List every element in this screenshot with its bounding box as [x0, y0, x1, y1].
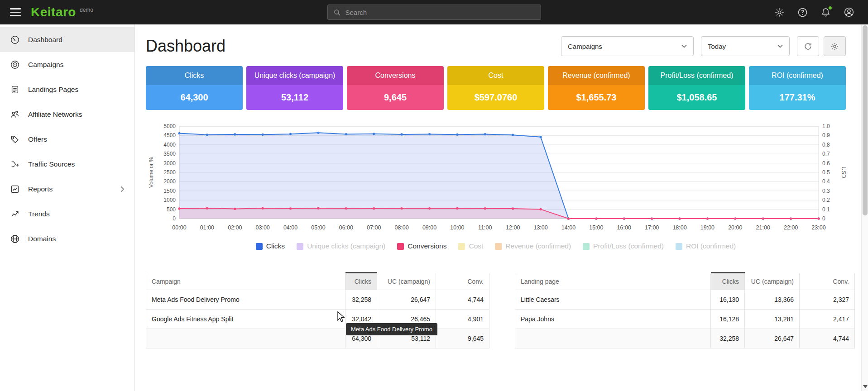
- domains-icon: [10, 234, 20, 244]
- help-icon[interactable]: [797, 7, 808, 18]
- chevron-down-icon: [777, 44, 783, 48]
- svg-text:500: 500: [167, 206, 176, 213]
- svg-text:06:00: 06:00: [339, 224, 353, 231]
- legend-item-revenue-confirmed[interactable]: Revenue (confirmed): [495, 242, 571, 250]
- page-header: Dashboard Campaigns Today: [146, 36, 846, 56]
- column-header-campaign[interactable]: Campaign: [146, 273, 345, 290]
- legend-swatch: [583, 243, 590, 250]
- notifications-bell-icon[interactable]: [820, 7, 831, 18]
- svg-text:1.0: 1.0: [822, 123, 830, 129]
- svg-text:17:00: 17:00: [645, 224, 659, 231]
- table-row[interactable]: Google Ads Fitness App Split32,04226,465…: [146, 310, 489, 329]
- svg-text:0.8: 0.8: [822, 142, 830, 148]
- metric-card-cost[interactable]: Cost$597.0760: [447, 66, 544, 110]
- svg-text:10:00: 10:00: [450, 224, 464, 231]
- metric-card-value: 177.31%: [749, 85, 846, 110]
- sidebar-item-offers[interactable]: Offers: [0, 127, 134, 152]
- cell-uc: 13,281: [745, 310, 800, 329]
- sidebar-item-domains[interactable]: Domains: [0, 226, 134, 251]
- cell-name[interactable]: Papa Johns: [515, 310, 711, 329]
- campaigns-filter-select[interactable]: Campaigns: [561, 36, 694, 56]
- metric-card-label: Unique clicks (campaign): [246, 66, 343, 85]
- column-header-clicks[interactable]: Clicks: [345, 273, 377, 290]
- sidebar-item-traffic-sources[interactable]: Traffic Sources: [0, 152, 134, 176]
- svg-text:2500: 2500: [163, 169, 176, 176]
- column-header-landing-page[interactable]: Landing page: [515, 273, 711, 290]
- table-row[interactable]: Papa Johns16,12813,2812,417: [515, 310, 855, 329]
- gear-icon: [830, 42, 839, 51]
- metric-card-clicks[interactable]: Clicks64,300: [146, 66, 243, 110]
- search-input[interactable]: [345, 9, 535, 16]
- svg-text:0.9: 0.9: [822, 132, 830, 138]
- svg-text:0.7: 0.7: [822, 151, 830, 157]
- cell-name[interactable]: Little Caesars: [515, 290, 711, 310]
- trends-icon: [10, 209, 20, 219]
- scroll-down-arrow[interactable]: [863, 385, 868, 388]
- legend-item-conversions[interactable]: Conversions: [397, 242, 446, 250]
- column-header-clicks[interactable]: Clicks: [711, 273, 745, 290]
- menu-toggle-button[interactable]: [0, 0, 31, 24]
- sidebar-item-label: Domains: [28, 235, 125, 243]
- metric-card-revenue-confirmed[interactable]: Revenue (confirmed)$1,655.73: [548, 66, 645, 110]
- sidebar-item-campaigns[interactable]: Campaigns: [0, 52, 134, 77]
- svg-text:20:00: 20:00: [728, 224, 742, 231]
- logo[interactable]: Keitaro demo: [31, 6, 93, 19]
- user-avatar-icon[interactable]: [844, 7, 854, 18]
- svg-text:19:00: 19:00: [700, 224, 715, 231]
- sidebar-item-trends[interactable]: Trends: [0, 201, 134, 226]
- refresh-button[interactable]: [797, 36, 819, 56]
- svg-text:3000: 3000: [163, 160, 176, 167]
- column-header-conv[interactable]: Conv.: [436, 273, 489, 290]
- date-range-select[interactable]: Today: [701, 36, 790, 56]
- page-scrollbar[interactable]: [861, 24, 868, 391]
- table-row[interactable]: Little Caesars16,13013,3662,327: [515, 290, 855, 310]
- column-header-uc-campaign[interactable]: UC (campaign): [377, 273, 436, 290]
- dashboard-settings-button[interactable]: [824, 36, 846, 56]
- total-blank: [515, 329, 711, 348]
- svg-text:Volume or %: Volume or %: [148, 157, 154, 188]
- column-header-conv[interactable]: Conv.: [800, 273, 855, 290]
- svg-text:03:00: 03:00: [256, 224, 270, 231]
- svg-text:1500: 1500: [163, 188, 176, 194]
- scrollbar-thumb[interactable]: [863, 25, 868, 215]
- table-row[interactable]: Meta Ads Food Delivery Promo32,25826,647…: [146, 290, 489, 310]
- cell-conv: 4,744: [436, 290, 489, 310]
- svg-text:14:00: 14:00: [561, 224, 575, 231]
- total-clicks: 32,258: [711, 329, 745, 348]
- metric-card-roi-confirmed[interactable]: ROI (confirmed)177.31%: [749, 66, 846, 110]
- svg-text:04:00: 04:00: [283, 224, 297, 231]
- cell-name[interactable]: Google Ads Fitness App Split: [146, 310, 345, 329]
- sidebar-item-label: Landings Pages: [28, 86, 125, 94]
- total-conv: 4,744: [800, 329, 855, 348]
- legend-item-clicks[interactable]: Clicks: [256, 242, 285, 250]
- campaigns-table-container: CampaignClicksUC (campaign)Conv.Meta Ads…: [146, 272, 489, 348]
- svg-text:18:00: 18:00: [672, 224, 686, 231]
- metric-card-value: 64,300: [146, 85, 243, 110]
- gear-icon[interactable]: [774, 7, 785, 18]
- metric-card-unique-clicks-campaign[interactable]: Unique clicks (campaign)53,112: [246, 66, 343, 110]
- traffic-chart[interactable]: 0500100015002000250030003500400045005000…: [146, 123, 846, 237]
- sidebar-item-affiliate-networks[interactable]: Affiliate Networks: [0, 102, 134, 127]
- search-icon: [333, 9, 341, 16]
- date-range-value: Today: [708, 43, 726, 50]
- total-conv: 9,645: [436, 329, 489, 348]
- metric-card-conversions[interactable]: Conversions9,645: [347, 66, 444, 110]
- svg-text:16:00: 16:00: [617, 224, 631, 231]
- metric-card-profit-loss-confirmed[interactable]: Profit/Loss (confirmed)$1,058.65: [648, 66, 745, 110]
- legend-item-roi-confirmed[interactable]: ROI (confirmed): [676, 242, 736, 250]
- legend-item-profit-loss-confirmed[interactable]: Profit/Loss (confirmed): [583, 242, 664, 250]
- traffic-sources-icon: [10, 159, 20, 169]
- svg-text:22:00: 22:00: [784, 224, 798, 231]
- svg-text:0.4: 0.4: [822, 178, 830, 185]
- sidebar-item-landings-pages[interactable]: Landings Pages: [0, 77, 134, 102]
- legend-item-cost[interactable]: Cost: [458, 242, 483, 250]
- svg-text:4000: 4000: [163, 142, 176, 148]
- cell-name[interactable]: Meta Ads Food Delivery Promo: [146, 290, 345, 310]
- legend-swatch: [397, 243, 404, 250]
- sidebar-item-label: Affiliate Networks: [28, 110, 125, 119]
- cell-conv: 4,901: [436, 310, 489, 329]
- sidebar-item-reports[interactable]: Reports: [0, 176, 134, 201]
- sidebar-item-dashboard[interactable]: Dashboard: [0, 27, 134, 52]
- legend-item-unique-clicks-campaign[interactable]: Unique clicks (campaign): [297, 242, 385, 250]
- column-header-uc-campaign[interactable]: UC (campaign): [745, 273, 800, 290]
